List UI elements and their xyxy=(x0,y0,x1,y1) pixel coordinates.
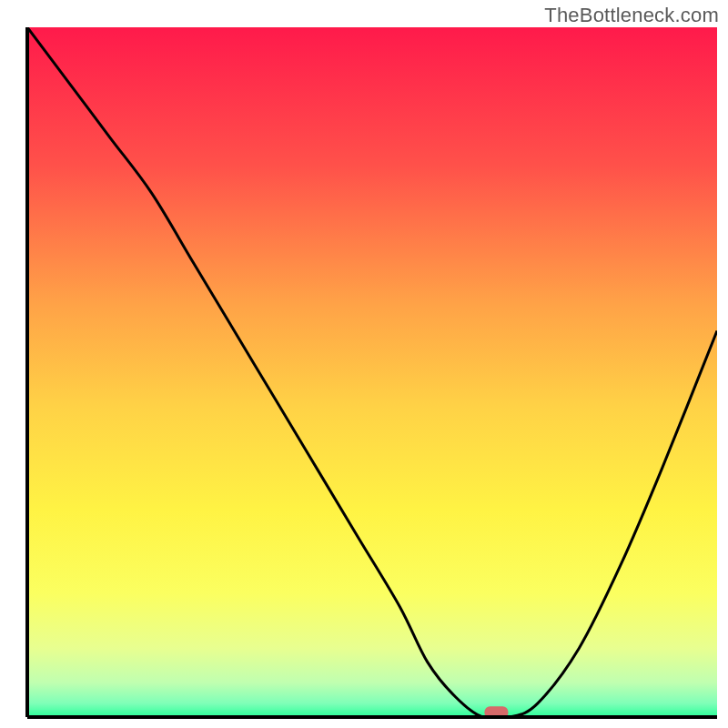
chart-container: TheBottleneck.com xyxy=(0,0,728,728)
bottleneck-chart xyxy=(0,0,728,728)
watermark-text: TheBottleneck.com xyxy=(544,4,719,27)
plot-area xyxy=(27,27,717,719)
gradient-background xyxy=(27,27,717,717)
